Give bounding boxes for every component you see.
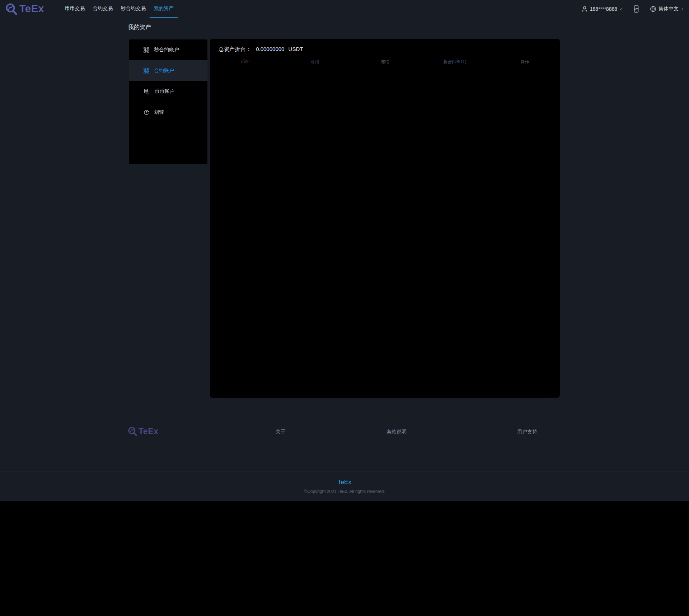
sidebar-item-label: 划转 — [154, 109, 164, 116]
main-nav: 币币交易 合约交易 秒合约交易 我的资产 — [61, 0, 178, 18]
user-menu[interactable]: 188****8888 ‹ — [581, 6, 623, 12]
total-assets-unit: USDT — [289, 46, 303, 52]
footer-brand-name: TeEx — [139, 427, 158, 436]
page-title: 我的资产 — [128, 24, 151, 31]
column-header-actions: 操作 — [490, 59, 560, 65]
footer-link-support[interactable]: 用户支持 — [517, 429, 537, 435]
sidebar-item-label: 币币账户 — [154, 88, 174, 95]
copyright-brand: TeEx — [338, 479, 351, 486]
transfer-icon — [144, 109, 149, 115]
nav-link-contract-trade[interactable]: 合约交易 — [89, 0, 117, 18]
top-navbar: TeEx 币币交易 合约交易 秒合约交易 我的资产 188****8888 ‹ — [0, 0, 689, 18]
user-phone: 188****8888 — [590, 6, 617, 12]
chevron-icon: ‹ — [619, 6, 623, 12]
column-header-converted-usdt: 折合(USDT) — [420, 59, 490, 65]
nav-link-my-assets[interactable]: 我的资产 — [150, 0, 178, 18]
brand-logo[interactable]: TeEx — [5, 3, 44, 15]
app-phone-icon: APP — [633, 5, 640, 13]
coins-icon — [144, 89, 150, 95]
nav-link-second-contract-trade[interactable]: 秒合约交易 — [117, 0, 150, 18]
total-assets-line: 总资产折合： 0.00000000 USDT — [210, 39, 560, 53]
column-header-currency: 币种 — [210, 59, 280, 65]
sidebar-item-label: 秒合约账户 — [154, 47, 179, 53]
language-switcher[interactable]: 简体中文 ‹ — [650, 6, 684, 12]
footer-logo[interactable]: TeEx — [127, 426, 158, 437]
sidebar-item-contract-account[interactable]: 合约账户 — [129, 60, 207, 81]
sidebar-item-second-contract-account[interactable]: 秒合约账户 — [129, 39, 207, 60]
copyright-text: ©Copyright 2021 TeEx. All rights reserve… — [304, 489, 385, 494]
app-download-button[interactable]: APP — [633, 5, 640, 13]
copyright-bar: TeEx ©Copyright 2021 TeEx. All rights re… — [0, 471, 689, 501]
contract-account-icon — [144, 68, 149, 74]
svg-text:APP: APP — [634, 8, 638, 10]
assets-panel: 总资产折合： 0.00000000 USDT 币种 可用 冻结 折合(USDT)… — [210, 39, 560, 398]
nav-link-spot-trade[interactable]: 币币交易 — [61, 0, 89, 18]
total-assets-value: 0.00000000 — [256, 46, 284, 52]
footer-link-terms[interactable]: 条款说明 — [386, 429, 407, 435]
chevron-icon: ‹ — [681, 6, 684, 12]
footer-link-about[interactable]: 关于 — [276, 429, 286, 435]
logo-magnifier-icon — [5, 3, 19, 15]
contract-account-icon — [144, 47, 149, 53]
user-icon — [581, 6, 588, 12]
assets-table-header: 币种 可用 冻结 折合(USDT) 操作 — [210, 59, 560, 65]
assets-sidebar: 秒合约账户 合约账户 — [129, 39, 207, 164]
sidebar-item-label: 合约账户 — [154, 67, 174, 74]
page: TeEx 币币交易 合约交易 秒合约交易 我的资产 188****8888 ‹ — [0, 0, 689, 501]
language-label: 简体中文 — [658, 6, 679, 12]
sidebar-item-spot-account[interactable]: 币币账户 — [129, 81, 207, 102]
brand-name: TeEx — [19, 3, 44, 15]
column-header-available: 可用 — [280, 59, 350, 65]
globe-icon — [650, 6, 656, 12]
column-header-frozen: 冻结 — [350, 59, 420, 65]
sidebar-item-transfer[interactable]: 划转 — [129, 102, 207, 123]
logo-magnifier-icon — [127, 426, 139, 437]
total-assets-label: 总资产折合： — [219, 46, 251, 52]
navbar-right: 188****8888 ‹ APP — [581, 5, 684, 13]
